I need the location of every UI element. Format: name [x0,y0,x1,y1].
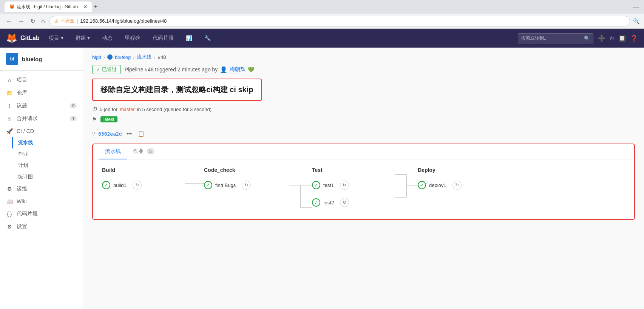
gitlab-navbar: 🦊 GitLab 项目 ▾ 群组 ▾ 动态 里程碑 代码片段 📊 🔧 搜索或转到… [0,29,644,48]
job-name-test2[interactable]: test2 [323,200,334,205]
nav-plus-icon[interactable]: ➕ [598,35,605,42]
sidebar-sub-item-schedules[interactable]: 计划 [12,160,83,171]
sidebar-menu: ⌂ 项目 📁 仓库 ! 议题 0 ⎋ 合并请求 1 🚀 CI / CD [0,71,83,236]
forward-button[interactable]: → [17,16,26,26]
refresh-button[interactable]: ↻ [29,16,37,26]
sidebar: bl bluelog ⌂ 项目 📁 仓库 ! 议题 0 ⎋ 合并请求 1 [0,48,83,309]
sidebar-item-settings[interactable]: ⚙ 设置 [0,220,83,233]
breadcrumb-sep1: › [103,54,105,60]
project-initials: bl [10,56,14,62]
commit-copy-button[interactable]: 📋 [136,130,146,138]
job-retry-test1[interactable]: ↻ [340,181,349,190]
browser-search-button[interactable]: 🔍 [633,18,639,24]
project-name: bluelog [22,56,42,62]
stage-codecheck: Code_check ✓ find Bugs ↻ [204,167,312,212]
navbar-right: 搜索或转到... 🔍 ➕ ⎋ 🔲 ❓ [518,33,638,43]
stage-title-codecheck: Code_check [204,167,287,173]
sidebar-item-project[interactable]: ⌂ 项目 [0,74,83,87]
stage-test: Test ✓ test1 ↻ ✓ test2 ↻ [312,167,418,207]
breadcrumb: higit › bluelog › 流水线 › #48 [92,54,635,60]
pipeline-status-badge: ✓ 已通过 [92,65,121,74]
nav-item-group[interactable]: 群组 ▾ [73,35,93,42]
sidebar-label-wiki: Wiki [17,198,26,204]
breadcrumb-sep2: › [133,54,134,60]
branch-link[interactable]: master [120,107,135,112]
stage-build: Build ✓ build1 ↻ [102,167,204,190]
nav-help-icon[interactable]: ❓ [630,35,638,42]
sidebar-sub-item-pipelines[interactable]: 流水线 [12,137,83,148]
browser-titlebar: 🦊 流水线 · higit / bluelog · GitLab ✕ + — [0,0,644,14]
tab-pipeline[interactable]: 流水线 [99,144,127,159]
gitlab-logo[interactable]: 🦊 GitLab [6,33,40,43]
tab-close-button[interactable]: ✕ [83,4,88,10]
sidebar-project-header[interactable]: bl bluelog [0,48,83,71]
job-retry-findbugs[interactable]: ↻ [242,181,251,190]
pipeline-section: 流水线 作业 5 Build ✓ build1 [92,144,635,220]
breadcrumb-project-dot [107,54,113,60]
merge-icon: ⎋ [6,116,13,122]
nav-item-snippets[interactable]: 代码片段 [150,35,177,42]
nav-item-project[interactable]: 项目 ▾ [46,35,66,42]
stage-column-test: Test ✓ test1 ↻ ✓ test2 ↻ [312,167,395,207]
job-name-test1[interactable]: test1 [323,182,334,188]
sidebar-item-repository[interactable]: 📁 仓库 [0,87,83,99]
breadcrumb-pipelines[interactable]: 流水线 [137,54,151,60]
sidebar-item-merge[interactable]: ⎋ 合并请求 1 [0,112,83,125]
job-retry-deploy1[interactable]: ↻ [452,181,462,190]
sidebar-item-ops[interactable]: ⚙ 运维 [0,182,83,195]
sidebar-label-ops: 运维 [17,185,27,192]
tab-jobs-label: 作业 [133,148,144,154]
breadcrumb-higit[interactable]: higit [92,54,101,60]
project-icon: ⌂ [6,77,13,83]
back-button[interactable]: ← [5,16,14,26]
job-retry-build1[interactable]: ↻ [133,181,142,190]
commit-hash[interactable]: 0302ea2d [98,131,122,137]
tab-pipeline-label: 流水线 [105,148,121,154]
commit-more-button[interactable]: ••• [125,130,134,138]
job-name-build1[interactable]: build1 [113,182,127,188]
converge-connector-svg [395,171,418,201]
sidebar-label-snippets: 代码片段 [17,210,38,217]
window-controls: — [633,3,639,11]
job-name-deploy1[interactable]: deploy1 [429,182,446,188]
address-bar[interactable]: ⚠ 不安全 | 192.168.56.14/higit/bluelog/pipe… [49,16,630,26]
cicd-submenu: 流水线 作业 计划 统计图 [0,137,83,182]
sidebar-item-cicd[interactable]: 🚀 CI / CD [0,125,83,137]
browser-tab[interactable]: 🦊 流水线 · higit / bluelog · GitLab ✕ [5,2,92,12]
pipeline-info: ⏱ 5 job for master in 5 second (queued f… [92,106,635,112]
nav-dock-icon[interactable]: 🔲 [618,35,626,42]
new-tab-button[interactable]: + [94,3,98,11]
sidebar-item-snippets[interactable]: { } 代码片段 [0,207,83,220]
sidebar-sub-item-jobs[interactable]: 作业 [12,148,83,160]
tab-jobs[interactable]: 作业 5 [127,144,161,159]
pipeline-graph: Build ✓ build1 ↻ [93,159,634,219]
nav-item-milestones[interactable]: 里程碑 [122,35,144,42]
nav-item-tools[interactable]: 🔧 [201,35,214,41]
pipeline-info-before-branch: 5 job for [100,107,117,112]
main-content: higit › bluelog › 流水线 › #48 ✓ 已通过 Pipeli… [83,48,644,309]
connector-codecheck-test [287,167,312,212]
nav-item-chart[interactable]: 📊 [183,35,195,41]
cicd-icon: 🚀 [6,128,13,134]
commit-hash-row: ⑂ 0302ea2d ••• 📋 [92,130,635,138]
pipeline-tabs: 流水线 作业 5 [93,144,634,159]
user-avatar-sm: 👤 [220,66,227,73]
nav-terminal-icon[interactable]: ⎋ [610,35,614,42]
snippets-icon: { } [6,211,13,217]
home-button[interactable]: ⌂ [40,16,46,26]
nav-search-box[interactable]: 搜索或转到... 🔍 [518,33,593,43]
sidebar-item-issues[interactable]: ! 议题 0 [0,99,83,112]
job-retry-test2[interactable]: ↻ [340,198,349,207]
job-status-deploy1: ✓ [418,181,426,189]
connector-build-codecheck [185,167,204,184]
sidebar-sub-item-charts[interactable]: 统计图 [12,171,83,182]
sidebar-item-wiki[interactable]: 📖 Wiki [0,195,83,207]
job-name-findbugs[interactable]: find Bugs [215,182,236,188]
wiki-icon: 📖 [6,198,13,204]
breadcrumb-bluelog[interactable]: bluelog [115,54,131,60]
nav-item-activity[interactable]: 动态 [99,35,116,42]
settings-icon: ⚙ [6,224,13,230]
stage-title-deploy: Deploy [418,167,501,173]
triggered-by-user[interactable]: 梅朝辉 [230,66,246,73]
stage-column-codecheck: Code_check ✓ find Bugs ↻ [204,167,287,190]
